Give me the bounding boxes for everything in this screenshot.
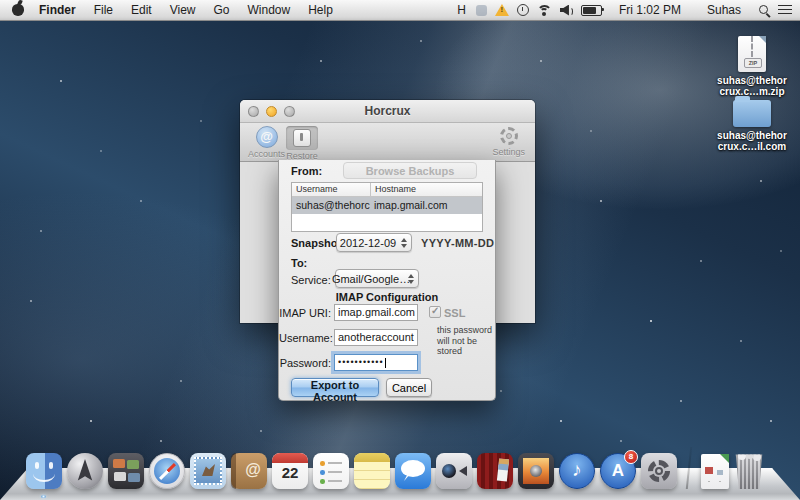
table-row-selected[interactable]: suhas@thehorc… imap.gmail.com [292,197,482,214]
dock-mail-icon[interactable] [190,453,226,489]
cancel-button[interactable]: Cancel [386,378,432,397]
dock-itunes-icon[interactable] [559,453,595,489]
imap-uri-label: IMAP URI: [279,307,331,319]
dock-mission-control-icon[interactable] [108,453,144,489]
service-value: Gmail/Google… [332,273,410,285]
text-caret [385,358,386,368]
restore-toolbar-button[interactable]: Restore [286,126,318,161]
dock-reminders-icon[interactable] [313,453,349,489]
imap-uri-field[interactable]: imap.gmail.com [334,304,418,321]
imap-section-title: IMAP Configuration [279,291,495,303]
dock-finder-icon[interactable] [26,453,62,489]
dock-trash-icon[interactable] [734,453,764,489]
dock-divider [686,447,692,489]
menu-window[interactable]: Window [239,0,300,20]
browse-backups-button[interactable]: Browse Backups [343,162,477,179]
dock-launchpad-icon[interactable] [67,453,103,489]
service-label: Service: [291,274,331,286]
restore-sheet: From: Browse Backups Username Hostname s… [278,160,496,401]
ssl-checkbox[interactable] [429,306,441,318]
app-store-badge: 8 [624,450,638,464]
notification-center-icon[interactable] [778,5,792,15]
restore-pressed-state [286,126,318,150]
finder-running-indicator [41,495,46,498]
warning-icon[interactable] [495,4,509,16]
dock-icons-row: 22 8 [26,447,790,489]
password-hint: this password will not be stored [437,325,493,357]
volume-icon[interactable] [560,5,573,16]
dock-notes-icon[interactable] [354,453,390,489]
table-header[interactable]: Username Hostname [292,183,482,197]
menu-view[interactable]: View [161,0,205,20]
dock-contacts-icon[interactable] [231,453,267,489]
snapshot-value: 2012-12-09 [340,237,396,249]
dock-calendar-icon[interactable]: 22 [272,453,308,489]
menu-file[interactable]: File [85,0,122,20]
menu-finder[interactable]: Finder [30,0,85,20]
apple-menu-icon[interactable] [12,4,24,16]
wifi-icon[interactable] [537,5,552,16]
menu-edit[interactable]: Edit [122,0,161,20]
menu-go[interactable]: Go [205,0,239,20]
search-icon[interactable] [758,4,770,17]
battery-icon[interactable] [581,5,602,16]
cell-hostname: imap.gmail.com [370,197,448,214]
dock-messages-icon[interactable] [395,453,431,489]
zip-file-icon: ZIP [738,36,766,72]
toolbar: @ Accounts Restore Settings [240,123,535,162]
cell-username: suhas@thehorc… [292,197,370,214]
dock-safari-icon[interactable] [149,453,185,489]
dock-photo-booth-icon[interactable] [477,453,513,489]
desktop-icon-label: suhas@thehor crux.c…m.zip [710,75,794,97]
window-title: Horcrux [240,100,535,122]
menu-help[interactable]: Help [299,0,342,20]
dock-document-icon[interactable] [701,454,729,489]
desktop-icon-folder[interactable]: suhas@thehor crux.c…il.com [710,100,794,152]
column-username[interactable]: Username [292,183,371,196]
menu-bar: Finder File Edit View Go Window Help H F… [0,0,800,21]
accounts-at-icon: @ [256,126,278,148]
accounts-label: Accounts [248,149,285,159]
service-popup[interactable]: Gmail/Google… [335,269,419,288]
zip-badge: ZIP [744,58,762,68]
dock-app-store-icon[interactable]: 8 [600,453,636,489]
export-to-account-button[interactable]: Export to Account [291,378,379,397]
accounts-table[interactable]: Username Hostname suhas@thehorc… imap.gm… [291,182,483,232]
ssl-label: SSL [444,307,465,319]
dock: 22 8 [0,438,800,500]
desktop-icon-label: suhas@thehor crux.c…il.com [710,130,794,152]
time-machine-icon[interactable] [517,4,529,16]
stepper-arrows-icon [407,273,414,285]
menu-user[interactable]: Suhas [698,0,750,20]
column-hostname[interactable]: Hostname [371,183,416,196]
calendar-day: 22 [272,464,308,481]
password-field[interactable]: ••••••••••• [334,354,418,371]
gear-icon [499,126,519,146]
folder-icon [733,100,771,127]
settings-label: Settings [492,147,525,157]
title-bar[interactable]: Horcrux [240,100,535,123]
dock-facetime-icon[interactable] [436,453,472,489]
stepper-arrows-icon [400,237,407,249]
settings-toolbar-button[interactable]: Settings [492,126,525,157]
username-label: Username: [279,332,331,344]
dimmed-status-icon[interactable] [476,5,487,16]
menu-status-area: H Fri 1:02 PM Suhas [455,0,800,20]
menu-clock[interactable]: Fri 1:02 PM [610,0,690,20]
password-label: Password: [279,357,331,369]
accounts-toolbar-button[interactable]: @ Accounts [248,126,285,159]
dock-system-preferences-icon[interactable] [641,453,677,489]
dock-iphoto-icon[interactable] [518,453,554,489]
restore-box-icon [293,129,311,147]
status-app-indicator[interactable]: H [455,0,468,20]
desktop: Finder File Edit View Go Window Help H F… [0,0,800,500]
snapshot-format-hint: YYYY-MM-DD [421,237,494,249]
snapshot-popup[interactable]: 2012-12-09 [336,233,412,252]
username-field[interactable]: anotheraccount [334,329,418,346]
from-label: From: [291,165,322,177]
to-label: To: [291,257,307,269]
desktop-icon-zip[interactable]: ZIP suhas@thehor crux.c…m.zip [710,36,794,97]
